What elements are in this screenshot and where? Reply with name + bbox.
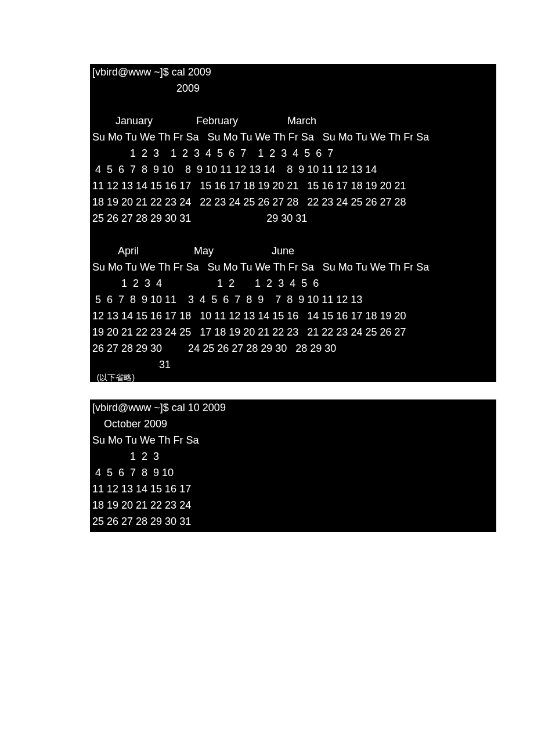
single-month-title: October 2009: [92, 416, 494, 432]
month-row2-week4: 19 20 21 22 23 24 25 17 18 19 20 21 22 2…: [92, 324, 494, 340]
single-month-week1: 1 2 3: [92, 448, 494, 465]
terminal-output-2: [vbird@www ~]$ cal 10 2009 October 2009 …: [90, 399, 496, 532]
cal-year-title: 2009: [92, 80, 494, 96]
month-row1-week2: 4 5 6 7 8 9 10 8 9 10 11 12 13 14 8 9 10…: [92, 161, 494, 178]
blank-line: [92, 226, 494, 243]
month-row2-dayheader: Su Mo Tu We Th Fr Sa Su Mo Tu We Th Fr S…: [92, 259, 494, 275]
blank-line: [92, 96, 494, 113]
single-month-week4: 18 19 20 21 22 23 24: [92, 497, 494, 513]
month-row1-dayheader: Su Mo Tu We Th Fr Sa Su Mo Tu We Th Fr S…: [92, 129, 494, 145]
month-row1-week1: 1 2 3 1 2 3 4 5 6 7 1 2 3 4 5 6 7: [92, 145, 494, 161]
month-row2-titles: April May June: [92, 243, 494, 259]
single-month-week3: 11 12 13 14 15 16 17: [92, 481, 494, 497]
month-row2-week2: 5 6 7 8 9 10 11 3 4 5 6 7 8 9 7 8 9 10 1…: [92, 291, 494, 308]
month-row1-week5: 25 26 27 28 29 30 31 29 30 31: [92, 210, 494, 226]
single-month-week2: 4 5 6 7 8 9 10: [92, 465, 494, 481]
block-gap: [0, 382, 534, 399]
single-month-week5: 25 26 27 28 29 30 31: [92, 513, 494, 530]
month-row2-week3: 12 13 14 15 16 17 18 10 11 12 13 14 15 1…: [92, 308, 494, 324]
month-row1-week4: 18 19 20 21 22 23 24 22 23 24 25 26 27 2…: [92, 194, 494, 210]
month-row2-week6: 31: [92, 357, 494, 373]
month-row2-week1: 1 2 3 4 1 2 1 2 3 4 5 6: [92, 275, 494, 291]
month-row1-week3: 11 12 13 14 15 16 17 15 16 17 18 19 20 2…: [92, 178, 494, 194]
shell-prompt-1[interactable]: [vbird@www ~]$ cal 2009: [92, 64, 494, 80]
month-row2-week5: 26 27 28 29 30 24 25 26 27 28 29 30 28 2…: [92, 340, 494, 357]
shell-prompt-2[interactable]: [vbird@www ~]$ cal 10 2009: [92, 399, 494, 416]
single-month-dayheader: Su Mo Tu We Th Fr Sa: [92, 432, 494, 448]
month-row1-titles: January February March: [92, 113, 494, 129]
terminal-output-1: [vbird@www ~]$ cal 2009 2009 January Feb…: [90, 64, 496, 382]
output-truncated-note: (以下省略): [92, 373, 494, 382]
